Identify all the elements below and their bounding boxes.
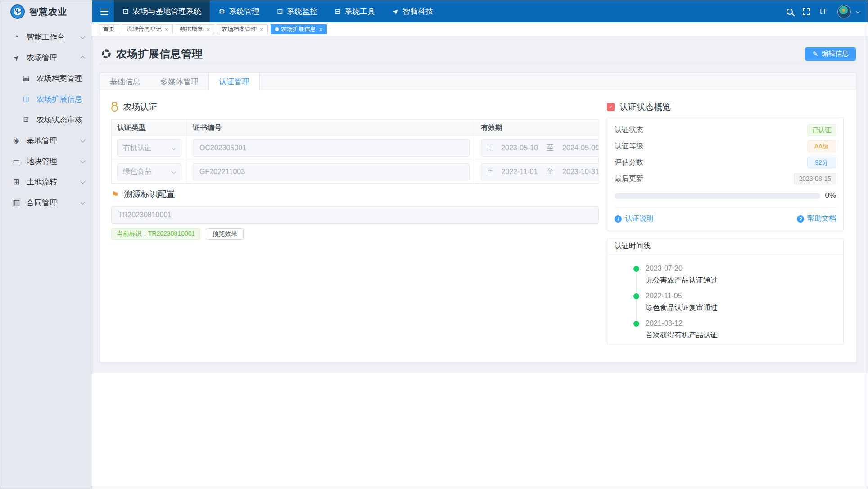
help-doc-link[interactable]: ? 帮助文档 (797, 214, 836, 224)
cert-type-select[interactable]: 有机认证 (117, 139, 181, 157)
timeline-item: 2022-11-05 绿色食品认证复审通过 (633, 292, 836, 319)
sidebar-submenu-farm: ▤ 农场档案管理 ◫ 农场扩展信息 ⊡ 农场状态审核 (0, 68, 92, 130)
logo-icon (10, 4, 25, 19)
chevron-down-icon[interactable] (856, 9, 860, 13)
sidebar-item-farm-management[interactable]: ➤ 农场管理 (0, 47, 92, 68)
sidebar-item-farm-archive[interactable]: ▤ 农场档案管理 (0, 68, 92, 89)
close-icon[interactable]: × (207, 26, 210, 33)
tag-data-overview[interactable]: 数据概览 × (176, 24, 215, 34)
toolbox-icon: ⊟ (335, 7, 340, 16)
fullscreen-icon[interactable] (803, 8, 810, 15)
preview-button[interactable]: 预览效果 (206, 228, 244, 240)
col-header-cert-no: 证书编号 (187, 120, 475, 136)
layers-icon: ◈ (11, 136, 21, 145)
table-row: 有机认证 (112, 136, 598, 160)
close-icon[interactable]: × (319, 26, 323, 33)
main-area: ⊡ 农场与基地管理系统 ⚙ 系统管理 ⊡ 系统监控 ⊟ 系统工具 ➤ 智脑科技 (92, 0, 868, 489)
tag-home[interactable]: 首页 (99, 24, 119, 34)
monitor-icon: ⊡ (122, 7, 128, 16)
sidebar-item-smart-workbench[interactable]: ◔ 智能工作台 (0, 27, 92, 47)
chevron-down-icon (80, 179, 85, 184)
sidebar-item-parcel-management[interactable]: ▭ 地块管理 (0, 151, 92, 171)
validity-date-range[interactable]: 2023-05-10 至 2024-05-09 (481, 139, 598, 157)
topnav-item-farm-base-system[interactable]: ⊡ 农场与基地管理系统 (114, 0, 210, 22)
cert-no-input[interactable] (193, 163, 470, 180)
app-logo: 智慧农业 (0, 0, 92, 23)
segmented-circle-icon (101, 49, 111, 59)
sidebar-item-farm-status-audit[interactable]: ⊡ 农场状态审核 (0, 109, 92, 130)
validity-date-range[interactable]: 2022-11-01 至 2023-10-31 (481, 163, 598, 180)
rectangle-icon: ▭ (11, 157, 21, 166)
close-icon[interactable]: × (165, 26, 168, 33)
topnav-item-system-monitor[interactable]: ⊡ 系统监控 (268, 0, 326, 22)
sidebar-item-base-management[interactable]: ◈ 基地管理 (0, 130, 92, 151)
content-tab-card: 基础信息 多媒体管理 认证管理 农场认证 (99, 72, 857, 363)
chevron-up-icon (80, 56, 85, 61)
navbar-right-tools: tT (787, 5, 868, 18)
question-icon: ? (797, 215, 804, 223)
trace-code-input[interactable] (111, 206, 599, 224)
calendar-icon (487, 169, 493, 175)
monitor-icon: ⊡ (21, 116, 31, 124)
tag-contract-registration[interactable]: 流转合同登记 × (122, 24, 173, 34)
tags-view-bar: 首页 流转合同登记 × 数据概览 × 农场档案管理 × 农场扩展信息 × (92, 22, 868, 36)
calendar-icon (487, 145, 493, 151)
overview-row: 评估分数 92分 (615, 154, 836, 170)
tab-certification[interactable]: 认证管理 (208, 73, 260, 90)
sidebar-collapse-button[interactable] (95, 0, 114, 22)
timeline-item: 2023-07-20 无公害农产品认证通过 (633, 265, 836, 292)
sidebar-item-land-transfer[interactable]: ⊞ 土地流转 (0, 171, 92, 192)
chevron-down-icon (171, 145, 176, 150)
clipboard-check-icon: ✓ (607, 103, 615, 111)
table-header-row: 认证类型 证书编号 有效期 (112, 120, 598, 136)
chevron-down-icon (80, 137, 85, 142)
bottom-filler (92, 373, 868, 489)
cert-explanation-link[interactable]: i 认证说明 (615, 214, 654, 224)
chevron-down-icon (80, 34, 85, 39)
topnav-item-system-management[interactable]: ⚙ 系统管理 (210, 0, 268, 22)
tab-basic-info[interactable]: 基础信息 (100, 73, 150, 90)
monitor-icon: ⊞ (11, 177, 21, 187)
monitor-icon: ⊡ (277, 7, 283, 16)
tab-multimedia[interactable]: 多媒体管理 (150, 73, 208, 90)
sidebar-item-farm-extended-info[interactable]: ◫ 农场扩展信息 (0, 89, 92, 109)
col-header-validity: 有效期 (475, 120, 598, 136)
topnav-item-zhinao-tech[interactable]: ➤ 智脑科技 (384, 0, 442, 22)
active-dot (275, 27, 279, 31)
cert-no-input[interactable] (193, 139, 470, 157)
topnav-item-system-tools[interactable]: ⊟ 系统工具 (326, 0, 384, 22)
grade-badge: AA级 (807, 140, 836, 152)
progress-row: 0% (615, 191, 836, 200)
overview-row: 最后更新 2023-08-15 (615, 170, 836, 187)
farm-cert-section-title: 农场认证 (111, 102, 599, 112)
cert-type-select[interactable]: 绿色食品 (117, 163, 181, 180)
page-title: 农场扩展信息管理 (116, 47, 203, 61)
tag-farm-extended-info[interactable]: 农场扩展信息 × (271, 24, 327, 34)
certification-table: 认证类型 证书编号 有效期 有机认证 (111, 119, 599, 184)
certification-section: 农场认证 认证类型 证书编号 有效期 (111, 102, 599, 362)
font-size-icon[interactable]: tT (820, 7, 827, 16)
dashboard-icon: ◔ (11, 32, 21, 41)
trace-section-title: ⚑ 溯源标识配置 (111, 189, 599, 200)
tag-farm-archive[interactable]: 农场档案管理 × (217, 24, 268, 34)
status-badge: 已认证 (807, 124, 836, 136)
content-tabs: 基础信息 多媒体管理 认证管理 (100, 73, 856, 90)
gear-icon: ⚙ (218, 7, 225, 16)
current-trace-tag: 当前标识：TR20230810001 (111, 228, 200, 240)
score-badge: 92分 (807, 157, 836, 168)
close-icon[interactable]: × (260, 26, 263, 33)
table-row: 绿色食品 (112, 160, 598, 183)
timeline-title: 认证时间线 (607, 238, 843, 255)
medal-icon (111, 105, 118, 112)
paper-plane-icon: ➤ (11, 53, 21, 63)
last-update-badge: 2023-08-15 (794, 173, 836, 184)
sidebar-menu: ◔ 智能工作台 ➤ 农场管理 ▤ 农场档案管理 ◫ 农场扩展信息 ⊡ (0, 23, 92, 213)
logo-text: 智慧农业 (29, 6, 67, 18)
top-navbar: ⊡ 农场与基地管理系统 ⚙ 系统管理 ⊡ 系统监控 ⊟ 系统工具 ➤ 智脑科技 (92, 0, 868, 22)
edit-info-button[interactable]: ✎ 编辑信息 (805, 47, 856, 61)
sidebar-item-contract-management[interactable]: ▥ 合同管理 (0, 192, 92, 213)
chevron-down-icon (80, 199, 85, 204)
flag-icon: ⚑ (111, 190, 119, 199)
search-icon[interactable] (787, 9, 793, 15)
user-avatar[interactable] (837, 5, 851, 18)
